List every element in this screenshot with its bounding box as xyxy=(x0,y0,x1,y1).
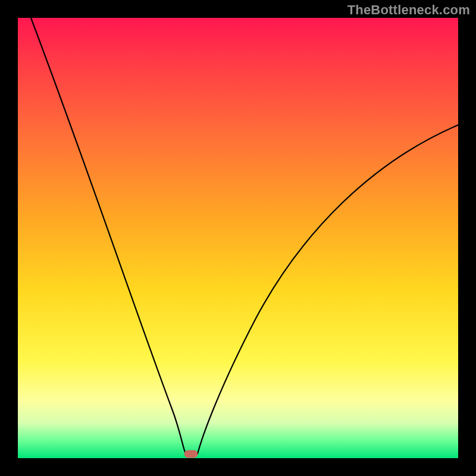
bottleneck-curve xyxy=(31,18,458,454)
watermark-text: TheBottleneck.com xyxy=(347,2,470,18)
min-marker xyxy=(184,450,198,458)
chart-frame: TheBottleneck.com xyxy=(0,0,476,476)
plot-area xyxy=(18,18,458,458)
curve-svg xyxy=(18,18,458,458)
